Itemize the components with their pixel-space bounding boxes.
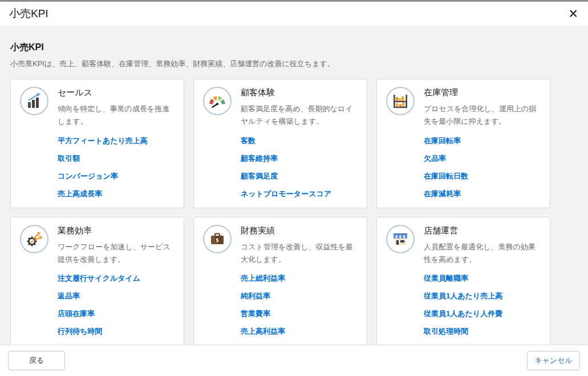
category-title: セールス (58, 87, 175, 98)
kpi-link-list: 従業員離職率従業員1人あたり売上高従業員1人あたり人件費取引処理時間 (424, 273, 541, 337)
briefcase-dollar-icon: $ (203, 225, 232, 253)
category-content: 業務効率 ワークフローを加速し、サービス提供を改善します。 注文履行サイクルタイ… (58, 225, 175, 338)
category-title: 顧客体験 (241, 87, 358, 98)
kpi-link[interactable]: 行列待ち時間 (58, 326, 175, 337)
category-description: コスト管理を改善し、収益性を最大化します。 (241, 241, 358, 266)
category-content: セールス 傾向を特定し、事業の成長を推進します。 平方フィートあたり売上高取引額… (58, 87, 175, 200)
svg-text:$: $ (216, 237, 219, 242)
kpi-link[interactable]: 在庫減耗率 (424, 189, 541, 199)
category-content: 店舗運営 人員配置を最適化し、業務の効果性を高めます。 従業員離職率従業員1人あ… (424, 225, 541, 338)
dialog-title: 小売KPI (9, 6, 48, 21)
section-heading: 小売KPI (10, 42, 578, 54)
category-title: 店舗運営 (424, 225, 541, 236)
category-card-warehouse-shelf: 在庫管理 プロセスを合理化し、運用上の損失を最小限に抑えます。 在庫回転率欠品率… (376, 79, 550, 208)
category-card-briefcase-dollar: $ 財務実績 コスト管理を改善し、収益性を最大化します。 売上総利益率純利益率営… (193, 217, 367, 346)
dialog-body: 小売KPI 小売業KPIは、売上、顧客体験、在庫管理、業務効率、財務実績、店舗運… (0, 26, 588, 355)
kpi-link-list: 客数顧客維持率顧客満足度ネットプロモータースコア (241, 136, 358, 199)
back-button[interactable]: 戻る (8, 351, 65, 370)
dialog-footer: 戻る キャンセル (0, 345, 588, 376)
category-card-bar-chart-growth: セールス 傾向を特定し、事業の成長を推進します。 平方フィートあたり売上高取引額… (10, 79, 184, 208)
warehouse-shelf-icon (386, 87, 415, 115)
kpi-link[interactable]: 在庫回転率 (424, 136, 541, 146)
kpi-link[interactable]: 売上高利益率 (241, 326, 358, 337)
kpi-link-list: 売上総利益率純利益率営業費率売上高利益率 (241, 273, 358, 337)
category-description: 顧客満足度を高め、長期的なロイヤルティを構築します。 (241, 103, 358, 128)
category-content: 財務実績 コスト管理を改善し、収益性を最大化します。 売上総利益率純利益率営業費… (241, 225, 358, 338)
category-content: 在庫管理 プロセスを合理化し、運用上の損失を最小限に抑えます。 在庫回転率欠品率… (424, 87, 541, 200)
category-description: 人員配置を最適化し、業務の効果性を高めます。 (424, 241, 541, 266)
satisfaction-gauge-icon (203, 87, 232, 115)
kpi-link[interactable]: 取引処理時間 (424, 326, 541, 337)
kpi-link-list: 在庫回転率欠品率在庫回転日数在庫減耗率 (424, 136, 541, 199)
kpi-link[interactable]: 従業員離職率 (424, 273, 541, 284)
bar-chart-growth-icon (20, 87, 48, 115)
kpi-link[interactable]: 顧客維持率 (241, 153, 358, 164)
kpi-link[interactable]: 純利益率 (241, 291, 358, 301)
kpi-link[interactable]: 取引額 (58, 153, 175, 164)
kpi-link[interactable]: 従業員1人あたり人件費 (424, 309, 541, 319)
category-card-storefront: 店舗運営 人員配置を最適化し、業務の効果性を高めます。 従業員離職率従業員1人あ… (376, 217, 550, 346)
category-description: ワークフローを加速し、サービス提供を改善します。 (58, 241, 175, 266)
kpi-link[interactable]: 平方フィートあたり売上高 (58, 136, 175, 146)
kpi-link[interactable]: 従業員1人あたり売上高 (424, 291, 541, 301)
kpi-link[interactable]: 顧客満足度 (241, 171, 358, 181)
kpi-link[interactable]: ネットプロモータースコア (241, 189, 358, 199)
gear-arrows-icon (20, 225, 48, 253)
category-title: 在庫管理 (424, 87, 541, 98)
kpi-link[interactable]: 客数 (241, 136, 358, 146)
category-description: プロセスを合理化し、運用上の損失を最小限に抑えます。 (424, 103, 541, 128)
cancel-button[interactable]: キャンセル (527, 351, 580, 370)
kpi-link[interactable]: コンバージョン率 (58, 171, 175, 181)
category-description: 傾向を特定し、事業の成長を推進します。 (58, 103, 175, 128)
dialog-header: 小売KPI × (0, 2, 588, 26)
kpi-link[interactable]: 店頭在庫率 (58, 309, 175, 319)
kpi-link[interactable]: 注文履行サイクルタイム (58, 273, 175, 284)
category-content: 顧客体験 顧客満足度を高め、長期的なロイヤルティを構築します。 客数顧客維持率顧… (241, 87, 358, 200)
kpi-link-list: 平方フィートあたり売上高取引額コンバージョン率売上高成長率 (58, 136, 175, 199)
kpi-grid: セールス 傾向を特定し、事業の成長を推進します。 平方フィートあたり売上高取引額… (10, 79, 578, 346)
category-title: 財務実績 (241, 225, 358, 236)
category-title: 業務効率 (58, 225, 175, 236)
category-card-satisfaction-gauge: 顧客体験 顧客満足度を高め、長期的なロイヤルティを構築します。 客数顧客維持率顧… (193, 79, 367, 208)
section-description: 小売業KPIは、売上、顧客体験、在庫管理、業務効率、財務実績、店舗運営の改善に役… (10, 59, 578, 69)
kpi-link[interactable]: 在庫回転日数 (424, 171, 541, 181)
category-card-gear-arrows: 業務効率 ワークフローを加速し、サービス提供を改善します。 注文履行サイクルタイ… (10, 217, 184, 346)
kpi-link[interactable]: 欠品率 (424, 153, 541, 164)
storefront-icon (386, 225, 415, 253)
close-icon: × (569, 5, 578, 22)
kpi-link[interactable]: 売上総利益率 (241, 273, 358, 284)
kpi-link[interactable]: 売上高成長率 (58, 189, 175, 199)
kpi-link[interactable]: 返品率 (58, 291, 175, 301)
close-button[interactable]: × (567, 6, 579, 22)
kpi-link-list: 注文履行サイクルタイム返品率店頭在庫率行列待ち時間 (58, 273, 175, 337)
kpi-link[interactable]: 営業費率 (241, 309, 358, 319)
